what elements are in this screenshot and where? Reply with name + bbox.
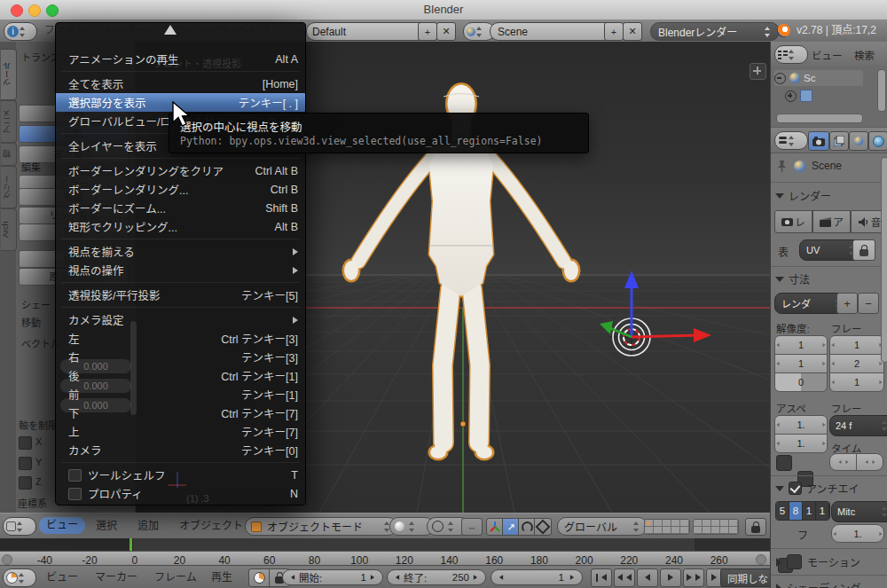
outliner-row-scene[interactable]: Sc	[774, 70, 863, 86]
aa-sample-button[interactable]: 1	[803, 502, 816, 520]
remove-preset-button[interactable]: −	[858, 293, 879, 314]
delete-layout-button[interactable]: ✕	[436, 22, 456, 41]
editor-type-selector-outliner[interactable]	[774, 45, 808, 64]
current-frame-marker[interactable]	[130, 538, 132, 551]
time-old-stepper[interactable]	[829, 453, 857, 471]
aspect-y-field[interactable]: 1.	[774, 434, 828, 453]
editor-type-selector-properties[interactable]	[774, 131, 808, 150]
render-panel-header[interactable]: レンダー	[775, 188, 831, 203]
layer-cell[interactable]	[645, 527, 654, 534]
menu-scroll-up-icon[interactable]	[164, 25, 177, 35]
decrement-icon[interactable]	[291, 575, 294, 580]
outliner-search-menu[interactable]: 検索	[854, 48, 875, 62]
dimensions-panel-header[interactable]: 寸法	[775, 271, 810, 286]
mode-selector[interactable]: オブジェクトモード	[245, 517, 397, 536]
shelf-scrollbar[interactable]	[130, 321, 137, 415]
menu-item[interactable]	[56, 459, 305, 466]
menu-item[interactable]	[56, 304, 305, 310]
playback-button[interactable]	[591, 568, 612, 587]
layer-cell[interactable]	[720, 520, 729, 527]
decrement-icon[interactable]	[499, 575, 503, 580]
render-tab[interactable]	[808, 131, 829, 151]
aspect-x-field[interactable]: 1.	[774, 415, 828, 435]
resolution-y-field[interactable]: 1	[774, 354, 828, 373]
add-scene-button[interactable]: +	[604, 22, 624, 41]
motion-enabled-checkbox[interactable]	[787, 554, 802, 569]
lock-interface-button[interactable]	[852, 239, 875, 261]
layer-cell[interactable]	[711, 527, 720, 534]
properties-vscrollbar[interactable]	[881, 157, 887, 363]
end-frame-field[interactable]: 終了: 250	[387, 569, 486, 585]
view-menu-button[interactable]: ビュー	[39, 517, 85, 534]
pin-icon[interactable]	[776, 160, 788, 172]
scrollbar-right-cap[interactable]	[756, 554, 766, 565]
menu-item[interactable]: 上 テンキー[7]	[56, 422, 305, 441]
menu-item[interactable]: 左 Ctrl テンキー[3]	[56, 329, 305, 348]
scale-manipulator-button[interactable]	[534, 518, 552, 536]
preview-range-button[interactable]	[248, 568, 270, 587]
render-layers-tab[interactable]	[829, 131, 849, 151]
layer-cell[interactable]	[694, 527, 703, 534]
framerate-selector[interactable]: 24 f	[829, 415, 887, 436]
layer-cell[interactable]	[654, 527, 663, 534]
menu-item[interactable]: 視点の操作	[56, 261, 305, 279]
layer-cell[interactable]	[703, 527, 711, 534]
screen-layout-selector[interactable]: Default	[306, 22, 429, 41]
menu-item[interactable]: プロパティ N	[56, 484, 305, 503]
frame-step-field[interactable]: 1	[829, 372, 884, 392]
editor-type-selector-timeline[interactable]	[3, 568, 36, 587]
add-preset-button[interactable]: +	[836, 293, 858, 314]
menu-item[interactable]: 矩形でクリッピング... Alt B	[56, 217, 305, 236]
playback-button[interactable]	[683, 568, 704, 587]
current-frame-field[interactable]: 1	[491, 569, 583, 585]
scene-selector[interactable]: Scene	[490, 22, 619, 41]
axis-x-checkbox[interactable]	[19, 436, 32, 450]
lock-to-scene-button[interactable]	[745, 518, 766, 536]
timeline-frame-menu[interactable]: フレーム	[154, 566, 197, 588]
layer-cell[interactable]	[729, 520, 738, 527]
frame-start-field[interactable]: 1	[829, 335, 884, 355]
layer-cell[interactable]	[720, 527, 729, 534]
timeline-marker-menu[interactable]: マーカー	[95, 566, 137, 588]
select-menu-button[interactable]: 選択	[96, 514, 117, 539]
editor-type-selector-3dview[interactable]	[3, 517, 36, 536]
shading-panel-header[interactable]: シェーディング	[776, 580, 860, 588]
shelf-tab-physics[interactable]: 物	[1, 143, 17, 166]
outliner-vscrollbar[interactable]	[877, 69, 886, 112]
menu-item[interactable]: ツールシェルフ T	[56, 466, 305, 484]
menu-item[interactable]: ボーダーにズーム... Shift B	[56, 199, 305, 217]
layer-cell[interactable]	[645, 520, 654, 527]
delete-scene-button[interactable]: ✕	[623, 22, 642, 41]
panel-header-shading[interactable]: シェー	[21, 297, 51, 311]
outliner-view-menu[interactable]: ビュー	[812, 48, 843, 62]
layer-cell[interactable]	[729, 527, 738, 534]
scrollbar-left-cap[interactable]	[2, 554, 12, 565]
expand-icon[interactable]	[785, 90, 797, 102]
shelf-tab-animation[interactable]: アニメ	[1, 100, 17, 143]
timeline-ruler[interactable]: -40-200204060801001201401601802002202402…	[0, 551, 770, 566]
layer-cell[interactable]	[703, 520, 711, 527]
axis-y-checkbox[interactable]	[19, 457, 32, 470]
add-menu-button[interactable]: 追加	[137, 514, 159, 539]
menu-item[interactable]: ボーダーレンダリングをクリア Ctrl Alt B	[56, 161, 305, 180]
playback-button[interactable]	[637, 568, 658, 587]
panel-header-edit[interactable]: 編集	[21, 160, 41, 174]
aa-size-field[interactable]: 1.	[831, 524, 884, 543]
manipulator-toggle[interactable]	[486, 518, 504, 536]
layer-cell[interactable]	[711, 520, 720, 527]
world-tab[interactable]	[868, 131, 887, 151]
shelf-tab-arch[interactable]: Arch	[1, 208, 17, 251]
collapse-icon[interactable]	[774, 73, 786, 84]
shelf-tab-grease[interactable]: グリー	[1, 166, 17, 208]
render-still-button[interactable]: レ	[774, 210, 812, 233]
menu-item[interactable]: 全てを表示 [Home]	[56, 74, 305, 93]
layer-cell[interactable]	[663, 527, 671, 534]
increment-icon[interactable]	[371, 575, 374, 580]
time-new-stepper[interactable]	[856, 453, 883, 471]
aa-panel-header[interactable]: アンチエイ	[775, 481, 860, 496]
layer-cell[interactable]	[654, 520, 663, 527]
playback-button[interactable]	[614, 568, 635, 587]
rotate-manipulator-button[interactable]	[518, 518, 536, 536]
layer-cell[interactable]	[694, 520, 703, 527]
menu-item[interactable]	[56, 279, 305, 286]
